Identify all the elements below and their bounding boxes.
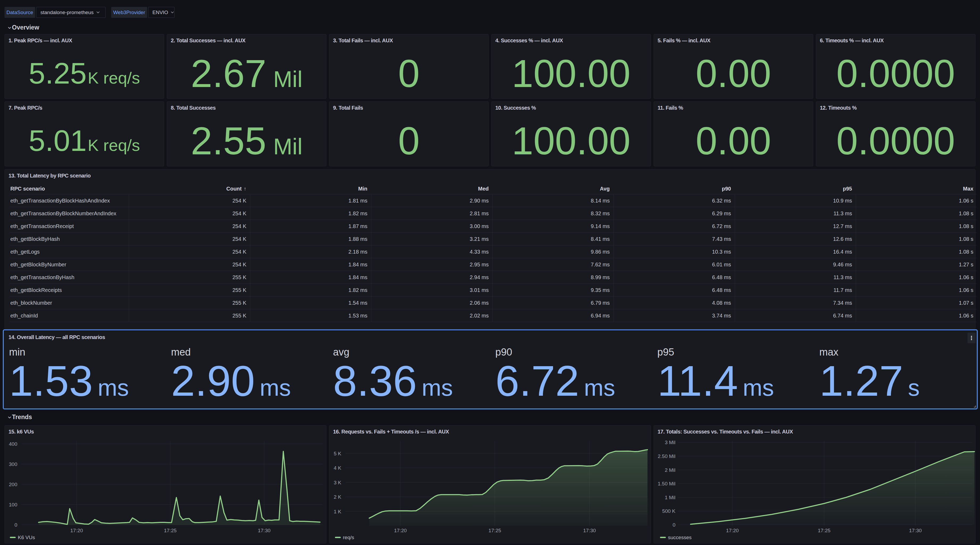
svg-text:5 K: 5 K	[334, 451, 341, 456]
svg-text:17:20: 17:20	[394, 528, 407, 533]
svg-text:2.50 Mil: 2.50 Mil	[658, 453, 675, 459]
svg-text:100: 100	[9, 502, 17, 507]
svg-text:2 Mil: 2 Mil	[665, 467, 675, 473]
svg-text:17:30: 17:30	[258, 528, 270, 533]
svg-text:1 Mil: 1 Mil	[665, 495, 675, 500]
svg-text:1.50 Mil: 1.50 Mil	[658, 481, 675, 486]
svg-text:17:25: 17:25	[818, 528, 830, 533]
svg-text:17:30: 17:30	[583, 528, 596, 533]
svg-text:200: 200	[9, 482, 17, 487]
svg-text:17:20: 17:20	[726, 528, 739, 533]
svg-text:3 K: 3 K	[334, 480, 341, 485]
svg-text:300: 300	[9, 461, 17, 467]
svg-text:successes: successes	[668, 535, 692, 540]
svg-text:17:25: 17:25	[488, 528, 501, 533]
svg-text:2 K: 2 K	[334, 494, 341, 500]
svg-text:17:30: 17:30	[909, 528, 922, 533]
svg-text:K6 VUs: K6 VUs	[18, 535, 35, 540]
svg-text:req/s: req/s	[343, 535, 354, 540]
svg-text:1 K: 1 K	[334, 509, 341, 515]
svg-text:0: 0	[673, 522, 675, 528]
svg-text:17:20: 17:20	[70, 528, 83, 533]
svg-text:400: 400	[9, 441, 17, 447]
svg-text:4 K: 4 K	[334, 465, 341, 471]
svg-text:17:25: 17:25	[164, 528, 177, 533]
svg-text:0: 0	[14, 522, 17, 528]
svg-text:3 Mil: 3 Mil	[665, 440, 675, 445]
svg-text:500 K: 500 K	[662, 508, 675, 514]
